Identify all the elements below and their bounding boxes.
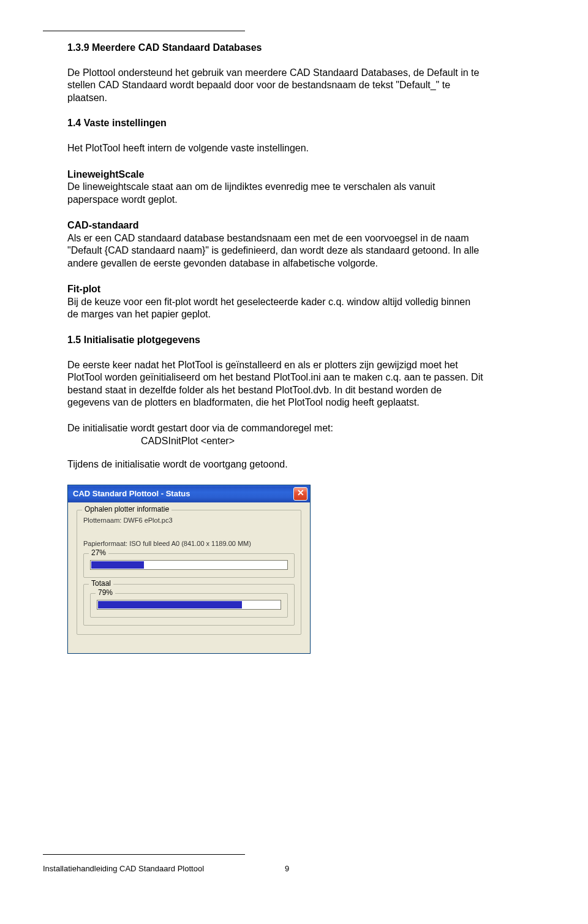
rule-bottom bbox=[43, 854, 245, 855]
label-fit-plot: Fit-plot bbox=[67, 284, 100, 294]
para-15-1: De eerste keer nadat het PlotTool is geï… bbox=[67, 359, 484, 409]
progress-2-label: 79% bbox=[96, 588, 115, 597]
footer: Installatiehandleiding CAD Standaard Plo… bbox=[43, 864, 521, 873]
para-cad-standaard: Als er een CAD standaard database bestan… bbox=[67, 233, 479, 268]
group-total-title: Totaal bbox=[89, 579, 113, 588]
progress-bar-1 bbox=[90, 560, 288, 570]
para-15-3: Tijdens de initialisatie wordt de voortg… bbox=[67, 458, 484, 471]
para-lineweight: De lineweightscale staat aan om de lijnd… bbox=[67, 181, 435, 204]
heading-1-4: 1.4 Vaste instellingen bbox=[67, 118, 521, 129]
footer-doc-title: Installatiehandleiding CAD Standaard Plo… bbox=[43, 864, 204, 873]
para-15-2: De initialisatie wordt gestart door via … bbox=[67, 422, 484, 434]
progress-bar-1-fill bbox=[91, 561, 144, 569]
group-progress-1: 27% bbox=[83, 553, 295, 578]
rule-top bbox=[43, 31, 245, 31]
progress-bar-2 bbox=[97, 600, 281, 610]
para-fit-plot: Bij de keuze voor een fit-plot wordt het… bbox=[67, 297, 470, 319]
label-cad-standaard: CAD-standaard bbox=[67, 220, 138, 230]
label-lineweightscale: LineweightScale bbox=[67, 169, 144, 180]
progress-bar-2-fill bbox=[98, 601, 242, 608]
para-14-intro: Het PlotTool heeft intern de volgende va… bbox=[67, 142, 484, 154]
group-progress-total: Totaal 79% bbox=[83, 584, 295, 626]
group-progress-2: 79% bbox=[90, 593, 288, 618]
heading-1-5: 1.5 Initialisatie plotgegevens bbox=[67, 335, 521, 346]
dialog-titlebar[interactable]: CAD Standard Plottool - Status ✕ bbox=[68, 485, 310, 502]
group-plotter-title: Ophalen plotter informatie bbox=[82, 505, 172, 513]
dialog-title: CAD Standard Plottool - Status bbox=[73, 489, 293, 498]
progress-1-label: 27% bbox=[89, 548, 108, 557]
command-text: CADSInitPlot <enter> bbox=[141, 435, 521, 447]
plotter-name-line: Plotternaam: DWF6 ePlot.pc3 bbox=[83, 517, 295, 524]
heading-1-3-9: 1.3.9 Meerdere CAD Standaard Databases bbox=[67, 42, 521, 53]
para-139-1: De Plottool ondersteund het gebruik van … bbox=[67, 67, 484, 104]
paper-format-line: Papierformaat: ISO full bleed A0 (841.00… bbox=[83, 540, 295, 547]
close-icon[interactable]: ✕ bbox=[293, 487, 307, 501]
footer-page-number: 9 bbox=[285, 864, 289, 873]
group-plotter-info: Ophalen plotter informatie Plotternaam: … bbox=[77, 510, 301, 635]
status-dialog: CAD Standard Plottool - Status ✕ Ophalen… bbox=[67, 485, 311, 654]
